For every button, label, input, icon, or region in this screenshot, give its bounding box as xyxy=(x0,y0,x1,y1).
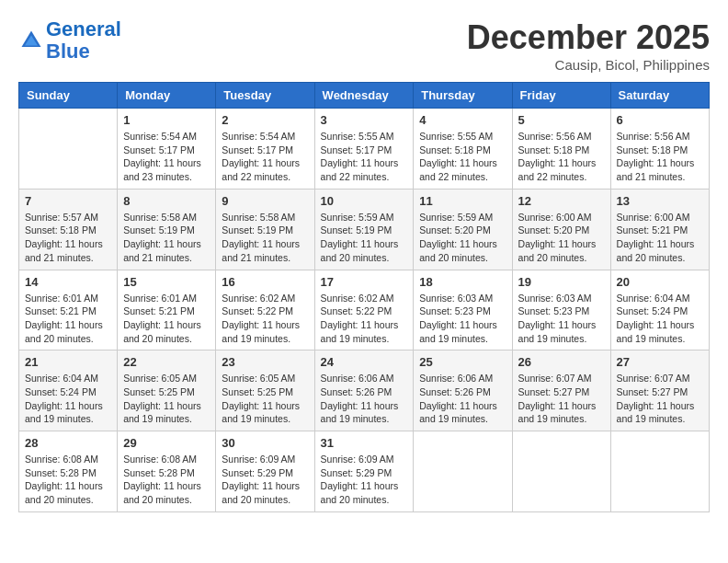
day-cell: 3Sunrise: 5:55 AM Sunset: 5:17 PM Daylig… xyxy=(314,109,414,190)
day-number: 26 xyxy=(518,355,605,369)
logo: General Blue xyxy=(18,18,121,63)
day-cell: 28Sunrise: 6:08 AM Sunset: 5:28 PM Dayli… xyxy=(19,431,118,512)
day-info: Sunrise: 5:55 AM Sunset: 5:17 PM Dayligh… xyxy=(321,130,408,184)
day-cell: 5Sunrise: 5:56 AM Sunset: 5:18 PM Daylig… xyxy=(512,109,610,190)
day-cell: 19Sunrise: 6:03 AM Sunset: 5:23 PM Dayli… xyxy=(512,270,610,350)
day-info: Sunrise: 5:58 AM Sunset: 5:19 PM Dayligh… xyxy=(222,211,308,265)
day-number: 27 xyxy=(617,355,703,369)
day-info: Sunrise: 6:05 AM Sunset: 5:25 PM Dayligh… xyxy=(123,372,210,426)
day-cell xyxy=(512,431,610,512)
day-info: Sunrise: 6:07 AM Sunset: 5:27 PM Dayligh… xyxy=(617,372,703,426)
day-cell: 16Sunrise: 6:02 AM Sunset: 5:22 PM Dayli… xyxy=(216,270,314,350)
day-info: Sunrise: 5:58 AM Sunset: 5:19 PM Dayligh… xyxy=(123,211,210,265)
day-cell: 31Sunrise: 6:09 AM Sunset: 5:29 PM Dayli… xyxy=(314,431,414,512)
day-number: 4 xyxy=(419,113,506,127)
day-cell: 2Sunrise: 5:54 AM Sunset: 5:17 PM Daylig… xyxy=(216,109,314,190)
header-day-thursday: Thursday xyxy=(414,83,512,109)
week-row-3: 21Sunrise: 6:04 AM Sunset: 5:24 PM Dayli… xyxy=(19,350,710,431)
day-number: 7 xyxy=(25,194,111,208)
day-info: Sunrise: 6:00 AM Sunset: 5:21 PM Dayligh… xyxy=(617,211,703,265)
header-day-monday: Monday xyxy=(118,83,216,109)
month-title: December 2025 xyxy=(467,18,710,57)
calendar-table: SundayMondayTuesdayWednesdayThursdayFrid… xyxy=(18,82,710,512)
day-number: 18 xyxy=(419,275,506,289)
day-number: 24 xyxy=(321,355,408,369)
day-number: 12 xyxy=(518,194,605,208)
day-cell: 7Sunrise: 5:57 AM Sunset: 5:18 PM Daylig… xyxy=(19,189,118,270)
day-cell: 8Sunrise: 5:58 AM Sunset: 5:19 PM Daylig… xyxy=(118,189,216,270)
day-info: Sunrise: 6:00 AM Sunset: 5:20 PM Dayligh… xyxy=(518,211,605,265)
day-number: 31 xyxy=(321,436,408,450)
day-number: 22 xyxy=(123,355,210,369)
header-day-sunday: Sunday xyxy=(19,83,118,109)
header-day-wednesday: Wednesday xyxy=(314,83,414,109)
day-info: Sunrise: 6:04 AM Sunset: 5:24 PM Dayligh… xyxy=(617,292,703,346)
day-cell: 10Sunrise: 5:59 AM Sunset: 5:19 PM Dayli… xyxy=(314,189,414,270)
day-number: 23 xyxy=(222,355,308,369)
day-number: 16 xyxy=(222,275,308,289)
logo-line2: Blue xyxy=(46,40,90,63)
day-cell: 26Sunrise: 6:07 AM Sunset: 5:27 PM Dayli… xyxy=(512,350,610,431)
day-number: 20 xyxy=(617,275,703,289)
day-cell: 9Sunrise: 5:58 AM Sunset: 5:19 PM Daylig… xyxy=(216,189,314,270)
week-row-0: 1Sunrise: 5:54 AM Sunset: 5:17 PM Daylig… xyxy=(19,109,710,190)
day-info: Sunrise: 6:08 AM Sunset: 5:28 PM Dayligh… xyxy=(123,453,210,507)
day-info: Sunrise: 5:54 AM Sunset: 5:17 PM Dayligh… xyxy=(222,130,308,184)
day-cell: 1Sunrise: 5:54 AM Sunset: 5:17 PM Daylig… xyxy=(118,109,216,190)
day-info: Sunrise: 6:01 AM Sunset: 5:21 PM Dayligh… xyxy=(25,292,111,346)
logo-line1: General xyxy=(46,17,121,40)
day-cell: 12Sunrise: 6:00 AM Sunset: 5:20 PM Dayli… xyxy=(512,189,610,270)
header-day-tuesday: Tuesday xyxy=(216,83,314,109)
day-cell xyxy=(610,431,709,512)
day-number: 28 xyxy=(25,436,111,450)
day-info: Sunrise: 6:06 AM Sunset: 5:26 PM Dayligh… xyxy=(419,372,506,426)
week-row-1: 7Sunrise: 5:57 AM Sunset: 5:18 PM Daylig… xyxy=(19,189,710,270)
day-number: 3 xyxy=(321,113,408,127)
day-number: 8 xyxy=(123,194,210,208)
day-cell: 30Sunrise: 6:09 AM Sunset: 5:29 PM Dayli… xyxy=(216,431,314,512)
day-number: 25 xyxy=(419,355,506,369)
day-cell: 18Sunrise: 6:03 AM Sunset: 5:23 PM Dayli… xyxy=(414,270,512,350)
day-info: Sunrise: 6:07 AM Sunset: 5:27 PM Dayligh… xyxy=(518,372,605,426)
location-subtitle: Causip, Bicol, Philippines xyxy=(467,57,710,73)
day-info: Sunrise: 5:56 AM Sunset: 5:18 PM Dayligh… xyxy=(617,130,703,184)
day-info: Sunrise: 6:06 AM Sunset: 5:26 PM Dayligh… xyxy=(321,372,408,426)
day-info: Sunrise: 5:57 AM Sunset: 5:18 PM Dayligh… xyxy=(25,211,111,265)
day-info: Sunrise: 6:02 AM Sunset: 5:22 PM Dayligh… xyxy=(321,292,408,346)
day-info: Sunrise: 6:04 AM Sunset: 5:24 PM Dayligh… xyxy=(25,372,111,426)
day-info: Sunrise: 6:08 AM Sunset: 5:28 PM Dayligh… xyxy=(25,453,111,507)
day-cell xyxy=(414,431,512,512)
page-header: General Blue December 2025 Causip, Bicol… xyxy=(18,18,710,73)
day-number: 14 xyxy=(25,275,111,289)
day-info: Sunrise: 6:03 AM Sunset: 5:23 PM Dayligh… xyxy=(419,292,506,346)
day-cell: 20Sunrise: 6:04 AM Sunset: 5:24 PM Dayli… xyxy=(610,270,709,350)
day-cell: 11Sunrise: 5:59 AM Sunset: 5:20 PM Dayli… xyxy=(414,189,512,270)
day-cell: 24Sunrise: 6:06 AM Sunset: 5:26 PM Dayli… xyxy=(314,350,414,431)
day-info: Sunrise: 6:09 AM Sunset: 5:29 PM Dayligh… xyxy=(222,453,308,507)
day-cell: 17Sunrise: 6:02 AM Sunset: 5:22 PM Dayli… xyxy=(314,270,414,350)
week-row-4: 28Sunrise: 6:08 AM Sunset: 5:28 PM Dayli… xyxy=(19,431,710,512)
day-info: Sunrise: 5:56 AM Sunset: 5:18 PM Dayligh… xyxy=(518,130,605,184)
day-info: Sunrise: 5:59 AM Sunset: 5:20 PM Dayligh… xyxy=(419,211,506,265)
day-cell: 25Sunrise: 6:06 AM Sunset: 5:26 PM Dayli… xyxy=(414,350,512,431)
day-info: Sunrise: 5:59 AM Sunset: 5:19 PM Dayligh… xyxy=(321,211,408,265)
day-cell: 27Sunrise: 6:07 AM Sunset: 5:27 PM Dayli… xyxy=(610,350,709,431)
day-cell: 4Sunrise: 5:55 AM Sunset: 5:18 PM Daylig… xyxy=(414,109,512,190)
day-number: 19 xyxy=(518,275,605,289)
day-number: 30 xyxy=(222,436,308,450)
day-number: 15 xyxy=(123,275,210,289)
day-cell: 21Sunrise: 6:04 AM Sunset: 5:24 PM Dayli… xyxy=(19,350,118,431)
day-number: 17 xyxy=(321,275,408,289)
day-info: Sunrise: 5:55 AM Sunset: 5:18 PM Dayligh… xyxy=(419,130,506,184)
day-number: 13 xyxy=(617,194,703,208)
day-number: 29 xyxy=(123,436,210,450)
day-cell: 14Sunrise: 6:01 AM Sunset: 5:21 PM Dayli… xyxy=(19,270,118,350)
day-info: Sunrise: 6:03 AM Sunset: 5:23 PM Dayligh… xyxy=(518,292,605,346)
day-cell: 13Sunrise: 6:00 AM Sunset: 5:21 PM Dayli… xyxy=(610,189,709,270)
day-info: Sunrise: 6:01 AM Sunset: 5:21 PM Dayligh… xyxy=(123,292,210,346)
day-info: Sunrise: 6:05 AM Sunset: 5:25 PM Dayligh… xyxy=(222,372,308,426)
day-cell: 29Sunrise: 6:08 AM Sunset: 5:28 PM Dayli… xyxy=(118,431,216,512)
day-cell xyxy=(19,109,118,190)
day-number: 2 xyxy=(222,113,308,127)
day-number: 9 xyxy=(222,194,308,208)
